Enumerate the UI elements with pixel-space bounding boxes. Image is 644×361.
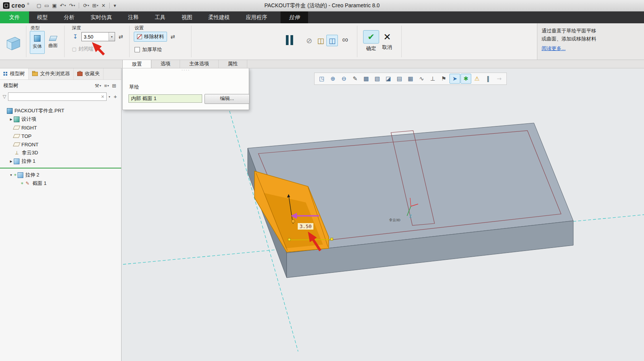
feature-preview-toggle[interactable]: ◫ xyxy=(315,35,326,46)
tree-item[interactable]: ✳截面 1 xyxy=(0,179,121,188)
subtab-body-options[interactable]: 主体选项 xyxy=(180,60,219,68)
edit-sketch-button[interactable]: 编辑... xyxy=(204,94,250,104)
redo-icon: ↷ xyxy=(69,3,73,8)
thicken-sketch-option[interactable]: 加厚草绘 xyxy=(135,46,162,53)
confirm-button[interactable]: ✔ 确定 xyxy=(363,30,379,52)
tree-item-label: TOP xyxy=(21,133,32,139)
flip-material-icon: ⇄ xyxy=(170,34,175,40)
ribbon-tab-file[interactable]: 文件 xyxy=(0,11,29,23)
search-options-caret[interactable]: ▾ xyxy=(109,95,110,99)
customize-toolbar-button[interactable]: ▾ xyxy=(112,2,117,9)
undo-button[interactable]: ↶▾ xyxy=(59,2,67,9)
csys-icon xyxy=(14,150,20,155)
sketch-display-icon[interactable]: ∿ xyxy=(416,74,427,84)
panel-drag-handle[interactable]: ···· xyxy=(123,68,249,73)
ribbon-tab-applications[interactable]: 应用程序 xyxy=(238,11,275,23)
graphics-area[interactable]: Z 拿云3D ◳⊕⊖✎▩▧◪▤▦∿⊥⚑➤✱⚠‖→ 3.50 dooooit@do… xyxy=(122,68,644,361)
view-manager-icon[interactable]: ▦ xyxy=(405,74,416,84)
ribbon-tab-tools[interactable]: 工具 xyxy=(147,11,174,23)
tree-item[interactable]: 拿云3D xyxy=(0,149,121,157)
new-file-button[interactable]: ▢ xyxy=(36,2,42,9)
tree-item[interactable]: PACKOUT零件盒.PRT xyxy=(0,107,121,115)
solid-type-button[interactable]: 实体 xyxy=(30,31,45,54)
no-preview-icon: ⊘ xyxy=(306,36,312,45)
tree-columns-button[interactable]: ⊞ xyxy=(110,82,118,89)
redo-button[interactable]: ↷▾ xyxy=(68,2,76,9)
flip-depth-direction-button[interactable]: ⇄ xyxy=(116,32,125,41)
warning-icon[interactable]: ⚠ xyxy=(472,74,482,84)
dropdown-caret-icon: ▾ xyxy=(73,4,75,7)
attached-preview-toggle[interactable]: ◫ xyxy=(326,35,338,46)
drag-handle[interactable] xyxy=(292,220,295,223)
refit-icon[interactable]: ◳ xyxy=(316,74,327,84)
regenerate-button[interactable]: ⟳▾ xyxy=(82,2,90,9)
tree-filter-button[interactable]: ⚒▾ xyxy=(93,82,103,89)
navigator: 模型树文件夹浏览器收藏夹 模型树 ⚒▾≡▾⊞ ▽ ✕ ▾ + PACKOUT零件… xyxy=(0,68,122,361)
subtab-properties[interactable]: 属性 xyxy=(219,60,247,68)
flip-direction-icon: ⇄ xyxy=(118,34,123,40)
select-mode-icon[interactable]: ➤ xyxy=(449,74,460,84)
thicken-checkbox[interactable] xyxy=(135,47,140,52)
group-separator xyxy=(64,26,65,57)
flip-material-side-button[interactable]: ⇄ xyxy=(168,32,177,41)
ribbon-tab-extrude[interactable]: 拉伸 xyxy=(281,11,308,23)
section-icon[interactable]: ◪ xyxy=(383,74,394,84)
close-window-button[interactable]: ✕ xyxy=(100,2,107,9)
no-preview-toggle[interactable]: ⊘ xyxy=(303,35,315,46)
zoom-out-icon[interactable]: ⊖ xyxy=(339,74,349,84)
open-file-button[interactable]: ▭ xyxy=(43,2,50,9)
clear-search-icon[interactable]: ✕ xyxy=(99,94,106,99)
repaint-icon[interactable]: ✎ xyxy=(350,74,360,84)
subtab-options[interactable]: 选项 xyxy=(151,60,180,68)
ribbon-tab-live-simulation[interactable]: 实时仿真 xyxy=(83,11,120,23)
depth-dimension-value[interactable]: 3.50 xyxy=(298,223,313,230)
verify-toggle[interactable]: ∞ xyxy=(339,34,351,45)
tree-item[interactable]: RIGHT xyxy=(0,123,121,132)
ribbon-tab-annotate[interactable]: 注释 xyxy=(120,11,147,23)
ribbon-tab-view[interactable]: 视图 xyxy=(174,11,200,23)
surface-type-button[interactable]: 曲面 xyxy=(45,31,60,54)
dragger-icon[interactable]: ✱ xyxy=(461,74,471,84)
model-tree-icon xyxy=(3,72,5,73)
tree-item[interactable]: ▶设计项 xyxy=(0,115,121,123)
depth-type-button[interactable]: ↧ xyxy=(70,32,80,42)
tree-item[interactable]: ▼✳拉伸 2 xyxy=(0,171,121,179)
datum-display-icon[interactable]: ⊥ xyxy=(427,74,438,84)
ribbon-tab-model[interactable]: 模型 xyxy=(29,11,56,23)
search-input[interactable] xyxy=(8,94,99,99)
annotation-display-icon[interactable]: ⚑ xyxy=(438,74,449,84)
pause-button[interactable] xyxy=(286,35,293,45)
ribbon-tab-analysis[interactable]: 分析 xyxy=(56,11,83,23)
depth-input[interactable] xyxy=(82,34,109,40)
confirm-label: 确定 xyxy=(366,45,376,52)
solid-label: 实体 xyxy=(33,43,42,50)
expand-arrow[interactable]: ▼ xyxy=(8,173,14,177)
read-more-link[interactable]: 阅读更多... xyxy=(542,44,566,52)
shading-icon[interactable]: ▩ xyxy=(361,74,371,84)
navigator-tab-model-tree[interactable]: 模型树 xyxy=(0,68,29,79)
navigator-tab-favorites[interactable]: 收藏夹 xyxy=(74,68,104,79)
pause-icon[interactable]: ‖ xyxy=(483,74,493,84)
tree-item[interactable]: FRONT xyxy=(0,140,121,149)
tree-item[interactable]: TOP xyxy=(0,132,121,140)
add-filter-button[interactable]: + xyxy=(112,93,118,100)
tree-view-button[interactable]: ≡▾ xyxy=(102,82,110,89)
cancel-button[interactable]: ✕ 取消 xyxy=(382,31,392,51)
ribbon-tab-flexible-modeling[interactable]: 柔性建模 xyxy=(200,11,238,23)
tree-item-label: FRONT xyxy=(21,142,39,147)
expand-arrow[interactable]: ▶ xyxy=(8,160,14,163)
sketch-reference-field[interactable]: 内部 截面 1 xyxy=(128,94,202,103)
navigator-tab-folder-browser[interactable]: 文件夹浏览器 xyxy=(29,68,74,79)
expand-arrow[interactable]: ▶ xyxy=(8,118,14,121)
subtab-placement[interactable]: 放置 xyxy=(122,60,151,68)
zoom-in-icon[interactable]: ⊕ xyxy=(328,74,338,84)
depth-group-label: 深度 xyxy=(72,25,81,31)
window-button[interactable]: ⊞▾ xyxy=(91,2,99,9)
depth-dropdown-caret[interactable]: ▾ xyxy=(109,32,115,41)
display-style-icon[interactable]: ▧ xyxy=(372,74,383,84)
remove-material-button[interactable]: 移除材料 xyxy=(134,32,167,42)
filter-funnel-icon: ▽ xyxy=(3,94,6,99)
saved-views-icon[interactable]: ▤ xyxy=(394,74,405,84)
tree-item[interactable]: ▶拉伸 1 xyxy=(0,157,121,165)
save-button[interactable]: ▣ xyxy=(51,2,58,9)
